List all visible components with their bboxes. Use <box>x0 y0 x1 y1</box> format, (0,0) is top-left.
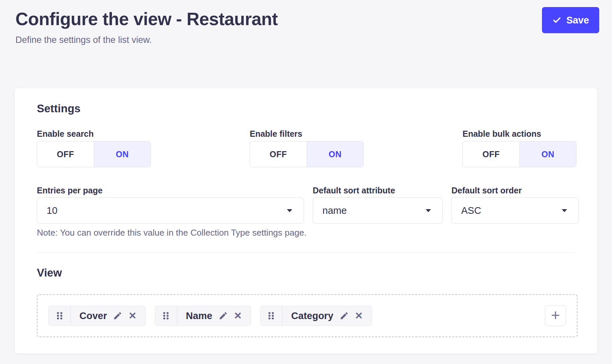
drag-handle[interactable] <box>155 306 177 325</box>
settings-card: Settings Enable search Enable filters En… <box>15 88 597 354</box>
field-chip-label: Cover <box>79 310 107 321</box>
page-title: Configure the view - Restaurant <box>15 9 278 29</box>
field-chip-label: Category <box>291 310 333 321</box>
enable-search-label: Enable search <box>37 129 94 139</box>
field-chip-name[interactable]: Name ✕ <box>155 306 251 326</box>
enable-search-on-button[interactable]: ON <box>94 141 151 167</box>
field-chip-cover[interactable]: Cover ✕ <box>48 306 146 326</box>
enable-search-off-button[interactable]: OFF <box>37 141 94 167</box>
settings-section-heading: Settings <box>37 102 80 115</box>
edit-icon[interactable] <box>113 311 122 320</box>
default-sort-attribute-select[interactable]: name <box>313 197 443 224</box>
drag-handle[interactable] <box>260 306 283 325</box>
entries-per-page-select[interactable]: 10 <box>37 197 304 224</box>
view-section-heading: View <box>37 266 62 279</box>
caret-down-icon <box>287 209 292 212</box>
check-icon <box>552 16 561 25</box>
entries-per-page-label: Entries per page <box>37 186 103 195</box>
enable-bulk-actions-off-button[interactable]: OFF <box>463 141 519 167</box>
enable-filters-toggle: OFF ON <box>250 141 364 167</box>
enable-filters-off-button[interactable]: OFF <box>250 141 307 167</box>
enable-bulk-actions-on-button[interactable]: ON <box>519 141 576 167</box>
field-chip-label: Name <box>186 310 212 321</box>
default-sort-attribute-label: Default sort attribute <box>313 186 395 195</box>
enable-bulk-actions-toggle: OFF ON <box>463 141 576 167</box>
field-chip-category[interactable]: Category ✕ <box>260 306 372 326</box>
default-sort-order-select[interactable]: ASC <box>451 197 579 224</box>
default-sort-order-value: ASC <box>461 205 481 216</box>
entries-per-page-value: 10 <box>47 205 57 216</box>
close-icon[interactable]: ✕ <box>355 311 363 321</box>
default-sort-attribute-value: name <box>322 205 347 216</box>
save-button-label: Save <box>566 15 589 26</box>
edit-icon[interactable] <box>219 311 228 320</box>
drag-handle-icon <box>267 310 275 321</box>
save-button[interactable]: Save <box>542 7 599 33</box>
page-subtitle: Define the settings of the list view. <box>15 35 152 45</box>
caret-down-icon <box>426 209 431 212</box>
view-fields-dropzone: Cover ✕ Name ✕ <box>37 294 577 337</box>
enable-filters-label: Enable filters <box>250 129 302 139</box>
add-field-button[interactable]: + <box>545 305 566 326</box>
close-icon[interactable]: ✕ <box>234 311 242 321</box>
enable-search-toggle: OFF ON <box>37 141 151 167</box>
enable-bulk-actions-label: Enable bulk actions <box>463 129 541 139</box>
entries-per-page-note: Note: You can override this value in the… <box>37 228 307 238</box>
drag-handle-icon <box>56 310 63 321</box>
close-icon[interactable]: ✕ <box>128 311 136 321</box>
edit-icon[interactable] <box>340 311 349 320</box>
drag-handle[interactable] <box>49 306 71 325</box>
caret-down-icon <box>562 209 567 212</box>
drag-handle-icon <box>162 310 170 321</box>
section-divider <box>37 252 575 253</box>
enable-filters-on-button[interactable]: ON <box>307 141 364 167</box>
default-sort-order-label: Default sort order <box>451 186 522 195</box>
